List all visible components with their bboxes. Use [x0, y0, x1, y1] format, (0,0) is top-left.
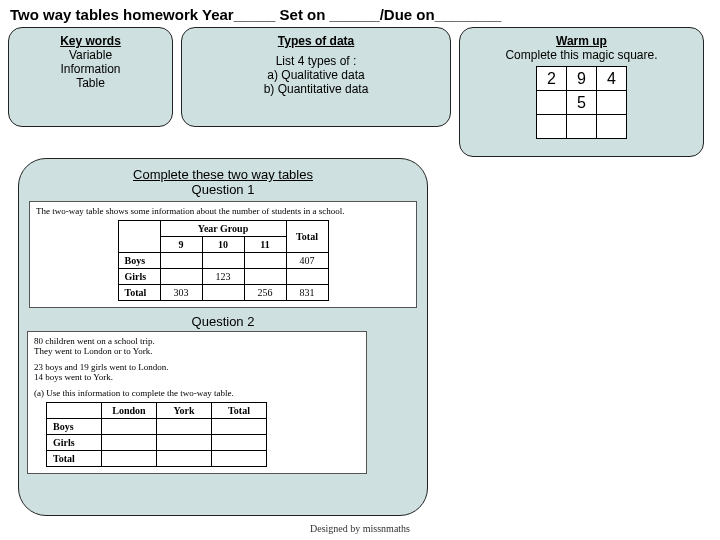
- q2-line: 23 boys and 19 girls went to London.: [34, 362, 360, 372]
- warmup-card: Warm up Complete this magic square. 2 9 …: [459, 27, 704, 157]
- types-line: a) Qualitative data: [190, 68, 442, 82]
- keywords-card: Key words Variable Information Table: [8, 27, 173, 127]
- keywords-heading: Key words: [17, 34, 164, 48]
- types-line: b) Quantitative data: [190, 82, 442, 96]
- magic-cell[interactable]: [537, 115, 567, 139]
- magic-cell[interactable]: [597, 115, 627, 139]
- footer-credit: Designed by missnmaths: [0, 523, 720, 534]
- q1-panel: The two-way table shows some information…: [29, 201, 417, 308]
- types-heading: Types of data: [190, 34, 442, 48]
- q1-caption: The two-way table shows some information…: [36, 206, 410, 216]
- main-card: Complete these two way tables Question 1…: [18, 158, 428, 516]
- q2-line: 14 boys went to York.: [34, 372, 360, 382]
- magic-cell[interactable]: 5: [567, 91, 597, 115]
- q1-table: Year Group Total 9 10 11 Boys 407 Girls …: [118, 220, 329, 301]
- q2-table: London York Total Boys Girls Total: [46, 402, 267, 467]
- q2-col: Total: [212, 403, 267, 419]
- page-title: Two way tables homework Year_____ Set on…: [0, 0, 720, 27]
- q2-label: Question 2: [29, 314, 417, 329]
- warmup-heading: Warm up: [556, 34, 607, 48]
- q2-line: 80 children went on a school trip.: [34, 336, 360, 346]
- table-row: Boys 407: [118, 253, 328, 269]
- table-row: Boys: [47, 419, 267, 435]
- magic-square: 2 9 4 5: [536, 66, 627, 139]
- table-row: Total 303 256 831: [118, 285, 328, 301]
- magic-cell[interactable]: [597, 91, 627, 115]
- keyword-item: Information: [17, 62, 164, 76]
- magic-cell[interactable]: 2: [537, 67, 567, 91]
- keyword-item: Variable: [17, 48, 164, 62]
- q2-line: They went to London or to York.: [34, 346, 360, 356]
- types-line: List 4 types of :: [190, 54, 442, 68]
- q2-panel: 80 children went on a school trip. They …: [27, 331, 367, 474]
- magic-cell[interactable]: [567, 115, 597, 139]
- main-heading: Complete these two way tables Question 1: [29, 167, 417, 197]
- q1-col: 11: [244, 237, 286, 253]
- top-row: Key words Variable Information Table Typ…: [0, 27, 720, 157]
- magic-cell[interactable]: 9: [567, 67, 597, 91]
- warmup-text: Complete this magic square.: [468, 48, 695, 62]
- table-row: Total: [47, 451, 267, 467]
- q1-col: 9: [160, 237, 202, 253]
- types-card: Types of data List 4 types of : a) Quali…: [181, 27, 451, 127]
- table-row: Girls 123: [118, 269, 328, 285]
- q1-span-header: Year Group: [160, 221, 286, 237]
- magic-cell[interactable]: [537, 91, 567, 115]
- table-row: Girls: [47, 435, 267, 451]
- q2-col: York: [157, 403, 212, 419]
- q2-line: (a) Use this information to complete the…: [34, 388, 360, 398]
- q2-col: London: [102, 403, 157, 419]
- magic-cell[interactable]: 4: [597, 67, 627, 91]
- keyword-item: Table: [17, 76, 164, 90]
- q1-col: Total: [286, 221, 328, 253]
- q1-col: 10: [202, 237, 244, 253]
